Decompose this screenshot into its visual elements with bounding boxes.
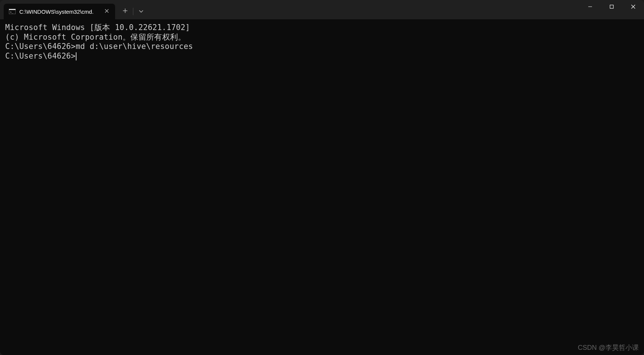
tab-close-button[interactable] bbox=[103, 7, 111, 16]
close-window-button[interactable] bbox=[622, 0, 644, 15]
close-icon bbox=[631, 4, 635, 11]
tab-title: C:\WINDOWS\system32\cmd. bbox=[19, 9, 99, 15]
window-controls bbox=[579, 0, 644, 15]
maximize-button[interactable] bbox=[601, 0, 622, 15]
terminal-prompt: C:\Users\64626> bbox=[5, 52, 76, 60]
terminal-line: Microsoft Windows [版本 10.0.22621.1702] bbox=[5, 23, 639, 33]
plus-icon bbox=[123, 8, 127, 15]
chevron-down-icon bbox=[139, 8, 143, 15]
terminal-line: C:\Users\64626>md d:\user\hive\resources bbox=[5, 42, 639, 52]
titlebar: >_ C:\WINDOWS\system32\cmd. bbox=[0, 0, 644, 19]
text-cursor bbox=[76, 52, 77, 60]
terminal-line: (c) Microsoft Corporation。保留所有权利。 bbox=[5, 33, 639, 42]
cmd-icon: >_ bbox=[9, 8, 16, 15]
svg-rect-8 bbox=[610, 5, 614, 9]
close-icon bbox=[105, 9, 109, 14]
maximize-icon bbox=[609, 4, 614, 11]
terminal-prompt-line: C:\Users\64626> bbox=[5, 52, 639, 61]
svg-rect-1 bbox=[9, 9, 16, 10]
tab-dropdown-button[interactable] bbox=[133, 4, 149, 19]
minimize-button[interactable] bbox=[579, 0, 601, 15]
new-tab-button[interactable] bbox=[117, 4, 133, 19]
minimize-icon bbox=[588, 4, 592, 11]
terminal-tab[interactable]: >_ C:\WINDOWS\system32\cmd. bbox=[4, 4, 115, 19]
terminal-output[interactable]: Microsoft Windows [版本 10.0.22621.1702](c… bbox=[0, 19, 644, 355]
tab-actions bbox=[117, 4, 149, 19]
svg-text:>_: >_ bbox=[10, 11, 13, 14]
